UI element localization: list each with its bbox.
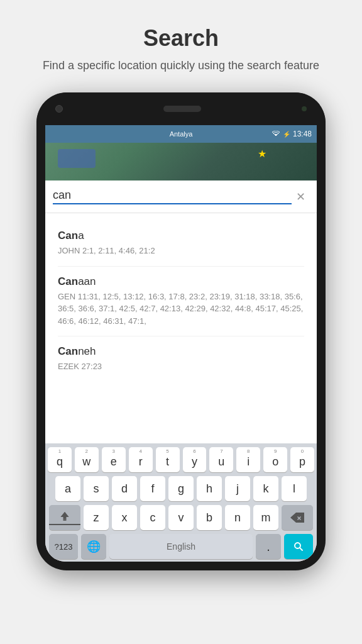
key-a[interactable]: a — [55, 476, 80, 501]
search-icon — [293, 541, 304, 552]
svg-rect-0 — [63, 519, 67, 521]
svg-line-2 — [300, 548, 302, 550]
key-z[interactable]: z — [84, 505, 109, 530]
results-list: Cana JOHN 2:1, 2:11, 4:46, 21:2 Canaan G… — [45, 213, 317, 443]
status-bar: Antalya ⚡ 13:48 — [45, 125, 317, 143]
key-k[interactable]: k — [253, 476, 278, 501]
key-b[interactable]: b — [197, 505, 222, 530]
key-i[interactable]: 8i — [236, 447, 260, 472]
result-refs-canaan: GEN 11:31, 12:5, 13:12, 16:3, 17:8, 23:2… — [58, 291, 304, 328]
key-l[interactable]: l — [282, 476, 307, 501]
search-input[interactable] — [53, 189, 292, 204]
key-p[interactable]: 0p — [290, 447, 314, 472]
key-j[interactable]: j — [225, 476, 250, 501]
backspace-key[interactable] — [282, 505, 313, 530]
key-o[interactable]: 9o — [263, 447, 287, 472]
key-n[interactable]: n — [225, 505, 250, 530]
shift-icon — [58, 511, 71, 523]
key-e[interactable]: 3e — [102, 447, 126, 472]
status-icons: ⚡ 13:48 — [272, 130, 312, 138]
intro-section: Search Find a specific location quickly … — [5, 0, 357, 86]
key-u[interactable]: 7u — [209, 447, 233, 472]
key-h[interactable]: h — [197, 476, 222, 501]
keyboard: 1q 2w 3e 4r 5t 6y 7u 8i 9o 0p a s d f g … — [45, 443, 317, 562]
key-123[interactable]: ?123 — [49, 534, 78, 559]
space-key[interactable]: English — [109, 534, 253, 559]
shift-key[interactable] — [49, 505, 80, 530]
page-title: Search — [43, 25, 319, 52]
keyboard-bottom-row: ?123 🌐 English . — [48, 534, 314, 559]
list-item[interactable]: Canneh EZEK 27:23 — [58, 336, 304, 382]
backspace-icon — [290, 513, 304, 523]
list-item[interactable]: Canaan GEN 11:31, 12:5, 13:12, 16:3, 17:… — [58, 267, 304, 337]
map-star-marker: ★ — [258, 148, 266, 160]
result-refs-canneh: EZEK 27:23 — [58, 360, 304, 373]
result-name-cana[interactable]: Cana — [58, 230, 304, 242]
battery-indicator: ⚡ — [283, 131, 290, 138]
key-t[interactable]: 5t — [156, 447, 180, 472]
globe-key[interactable]: 🌐 — [81, 534, 106, 559]
keyboard-row-2: a s d f g h j k l — [48, 476, 314, 501]
key-q[interactable]: 1q — [48, 447, 72, 472]
key-f[interactable]: f — [140, 476, 165, 501]
key-x[interactable]: x — [112, 505, 137, 530]
key-m[interactable]: m — [253, 505, 278, 530]
key-v[interactable]: v — [168, 505, 194, 530]
result-name-canaan[interactable]: Canaan — [58, 275, 304, 288]
phone-screen: Antalya ⚡ 13:48 ★ ✕ — [45, 125, 317, 562]
key-r[interactable]: 4r — [129, 447, 153, 472]
phone-top-bar — [36, 92, 326, 125]
result-refs-cana: JOHN 2:1, 2:11, 4:46, 21:2 — [58, 245, 304, 257]
key-y[interactable]: 6y — [183, 447, 207, 472]
time-display: 13:48 — [293, 130, 312, 138]
keyboard-row-1: 1q 2w 3e 4r 5t 6y 7u 8i 9o 0p — [48, 447, 314, 472]
status-location: Antalya — [170, 130, 193, 138]
keyboard-row-3: z x c v b n m — [48, 505, 314, 530]
phone-speaker — [163, 106, 201, 112]
clear-button[interactable]: ✕ — [292, 188, 309, 206]
phone-mockup: Antalya ⚡ 13:48 ★ ✕ — [36, 92, 326, 570]
key-c[interactable]: c — [140, 505, 165, 530]
key-s[interactable]: s — [84, 476, 109, 501]
result-name-canneh[interactable]: Canneh — [58, 345, 304, 358]
key-g[interactable]: g — [168, 476, 194, 501]
wifi-icon — [272, 131, 280, 137]
key-w[interactable]: 2w — [75, 447, 99, 472]
map-preview: ★ — [45, 143, 317, 180]
page-subtitle: Find a specific location quickly using t… — [43, 58, 319, 74]
period-key[interactable]: . — [256, 534, 281, 559]
list-item[interactable]: Cana JOHN 2:1, 2:11, 4:46, 21:2 — [58, 221, 304, 267]
front-camera — [55, 105, 63, 113]
search-bar[interactable]: ✕ — [45, 180, 317, 213]
key-d[interactable]: d — [112, 476, 137, 501]
search-key[interactable] — [284, 534, 313, 559]
phone-sensor — [302, 106, 307, 111]
